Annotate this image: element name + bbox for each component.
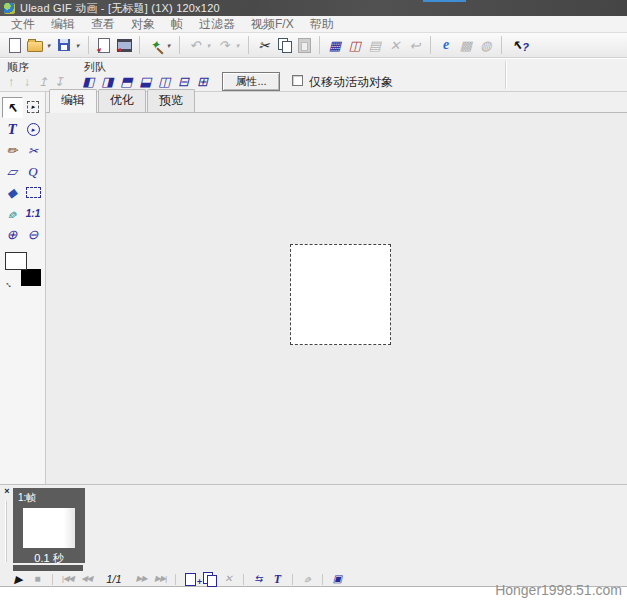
marquee-tool[interactable] <box>23 183 44 202</box>
canvas-selection[interactable] <box>290 244 391 345</box>
arrange-toolbar: 顺序 ↑ ↓ ↥ ↧ 列队 ◧ ◨ ⬒ ⬓ ◫ <box>0 59 627 92</box>
first-frame-button[interactable]: |◀◀ <box>59 573 76 586</box>
paste-button[interactable] <box>295 35 313 55</box>
move-bottom-button[interactable]: ↧ <box>51 73 67 90</box>
tab-optimize[interactable]: 优化 <box>98 89 146 112</box>
menu-item-label: 查看 <box>91 17 115 31</box>
film-gray-button[interactable]: ▤ <box>366 35 384 55</box>
next-frame-button[interactable]: ▶▶ <box>133 573 150 586</box>
ie-preview-button[interactable]: e <box>437 35 455 55</box>
redo-button[interactable]: ↷ <box>215 35 233 55</box>
save-caret[interactable]: ▾ <box>73 35 82 55</box>
menu-file[interactable]: 文件 <box>3 16 43 33</box>
open-caret[interactable]: ▾ <box>44 35 53 55</box>
center-vertical-button[interactable]: ⊟ <box>175 73 192 90</box>
center-horizontal-button[interactable]: ◫ <box>156 73 173 90</box>
menu-object[interactable]: 对象 <box>123 16 163 33</box>
tool-glyph: ⊕ <box>7 227 18 242</box>
move-down-button[interactable]: ↓ <box>19 73 35 90</box>
prev-frame-button[interactable]: ◀◀ <box>78 573 95 586</box>
align-left-button[interactable]: ◧ <box>80 73 97 90</box>
cut-button[interactable]: ✂ <box>255 35 273 55</box>
delete-frame-button[interactable]: ✕ <box>220 573 237 586</box>
menu-edit[interactable]: 编辑 <box>43 16 83 33</box>
menu-video-fx[interactable]: 视频F/X <box>243 16 302 33</box>
tool-glyph: Q <box>28 164 37 180</box>
align-top-button[interactable]: ⬒ <box>118 73 135 90</box>
swap-colors-icon[interactable]: ↔ <box>2 277 15 290</box>
duplicate-frame-button[interactable] <box>201 573 218 586</box>
button-glyph: ↓ <box>24 76 30 88</box>
export-button[interactable]: ▣ <box>329 573 346 586</box>
grid-gray-button[interactable]: ▩ <box>457 35 475 55</box>
menu-view[interactable]: 查看 <box>83 16 123 33</box>
banner-text-button[interactable]: T <box>269 573 286 586</box>
eyedropper-tool[interactable]: ✎ <box>2 204 23 223</box>
fill-tool[interactable]: ◆ <box>2 183 23 202</box>
undo-button[interactable]: ↶ <box>186 35 204 55</box>
help-button[interactable]: ↖? <box>508 35 526 55</box>
paintbrush-tool[interactable]: ✏ <box>2 141 23 160</box>
frame-thumbnail-card[interactable]: 1:帧 0.1 秒 <box>13 488 85 563</box>
actual-size-tool[interactable]: 1:1 <box>23 204 44 223</box>
frame-strip-scrollbar[interactable] <box>13 565 83 571</box>
delete-button[interactable]: ✕ <box>386 35 404 55</box>
background-color-swatch[interactable] <box>21 269 41 286</box>
add-image-button[interactable]: ◂ <box>95 35 113 55</box>
move-up-button[interactable]: ↑ <box>3 73 19 90</box>
menu-item-label: 过滤器 <box>199 17 235 31</box>
button-glyph: ⇆ <box>254 574 262 584</box>
add-video-button[interactable]: ◂ <box>115 35 133 55</box>
pen-button[interactable]: ✎ <box>299 573 316 586</box>
eraser-tool[interactable]: ▱ <box>2 162 23 181</box>
revert-button[interactable]: ↩ <box>406 35 424 55</box>
move-active-checkbox[interactable] <box>292 75 303 86</box>
open-button[interactable] <box>26 35 44 55</box>
titlebar-artifact <box>423 0 466 2</box>
tab-edit[interactable]: 编辑 <box>49 89 97 113</box>
tab-preview[interactable]: 预览 <box>147 89 195 112</box>
align-right-button[interactable]: ◨ <box>99 73 116 90</box>
text-tool[interactable]: T <box>2 120 23 139</box>
menu-help[interactable]: 帮助 <box>302 16 342 33</box>
rotate-tool[interactable]: ▸ <box>23 120 44 139</box>
align-bottom-button[interactable]: ⬓ <box>137 73 154 90</box>
stop-button[interactable]: ■ <box>29 573 46 586</box>
lasso-tool[interactable]: Q <box>23 162 44 181</box>
frame-panel-rail <box>6 501 7 562</box>
globe-gray-button[interactable]: ◍ <box>477 35 495 55</box>
frame-title: 1:帧 <box>13 488 85 505</box>
new-button[interactable] <box>6 35 24 55</box>
zoom-out-tool[interactable]: ⊖ <box>23 225 44 244</box>
menu-filters[interactable]: 过滤器 <box>191 16 243 33</box>
tool-glyph: ✏ <box>7 143 18 158</box>
wizard-button[interactable]: ✦ <box>146 35 164 55</box>
align-buttons: ◧ ◨ ⬒ ⬓ ◫ ⊟ ⊞ <box>80 73 211 90</box>
crop-tool[interactable]: ✂ <box>23 141 44 160</box>
menu-frame[interactable]: 帧 <box>163 16 191 33</box>
select-tool[interactable]: ↖ <box>2 97 23 118</box>
undo-caret[interactable]: ▾ <box>204 35 213 55</box>
properties-button[interactable]: 属性... <box>222 72 280 91</box>
center-both-button[interactable]: ⊞ <box>194 73 211 90</box>
button-glyph: ▶▶| <box>155 575 166 583</box>
move-active-label[interactable]: 仅移动活动对象 <box>309 74 393 91</box>
move-top-button[interactable]: ↥ <box>35 73 51 90</box>
save-button[interactable] <box>55 35 73 55</box>
play-button[interactable]: ▶ <box>10 573 27 586</box>
film-blue-button[interactable]: ▦ <box>326 35 344 55</box>
add-frame-button[interactable]: + <box>182 573 199 586</box>
last-frame-button[interactable]: ▶▶| <box>152 573 169 586</box>
film-red-button[interactable]: ◫ <box>346 35 364 55</box>
foreground-color-swatch[interactable] <box>5 252 27 270</box>
frame-panel-close-button[interactable]: × <box>2 486 12 496</box>
edit-canvas[interactable] <box>46 113 627 484</box>
toolbar-divider <box>505 61 506 89</box>
wizard-caret[interactable]: ▾ <box>164 35 173 55</box>
redo-caret[interactable]: ▾ <box>233 35 242 55</box>
slideshow-tool[interactable]: ▸ <box>23 97 44 116</box>
swap-frames-button[interactable]: ⇆ <box>250 573 267 586</box>
copy-button[interactable] <box>275 35 293 55</box>
frame-counter: 1/1 <box>97 573 131 586</box>
zoom-in-tool[interactable]: ⊕ <box>2 225 23 244</box>
